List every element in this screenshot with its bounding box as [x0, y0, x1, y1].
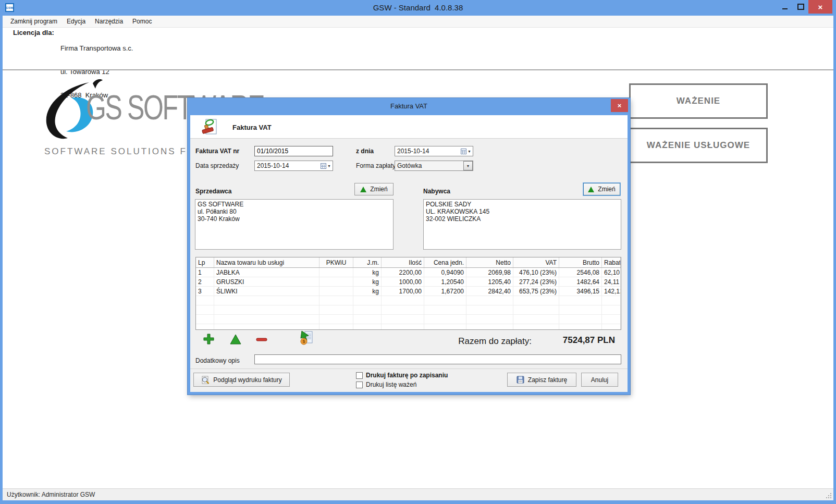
table-cell: [513, 305, 559, 315]
table-empty-row[interactable]: [196, 296, 621, 305]
column-header: Lp: [196, 257, 214, 268]
cancel-button[interactable]: Anuluj: [581, 373, 618, 387]
buyer-textbox[interactable]: POLSKIE SADY UL. KRAKOWSKA 145 32-002 WI…: [423, 199, 621, 250]
print-weighings-checkbox-row[interactable]: Drukuj listę ważeń: [356, 381, 416, 388]
license-line: Firma Transportowa s.c.: [60, 44, 133, 52]
issue-date-controls[interactable]: ▼: [461, 149, 473, 154]
table-cell: [382, 324, 424, 330]
invoice-summary-button[interactable]: $: [300, 330, 313, 345]
table-empty-row[interactable]: [196, 324, 621, 330]
table-cell[interactable]: 1482,64: [559, 277, 602, 287]
menu-item-pomoc[interactable]: Pomoc: [128, 16, 156, 27]
table-cell[interactable]: 653,75 (23%): [513, 287, 559, 296]
buyer-change-button[interactable]: Zmień: [583, 183, 620, 195]
table-cell[interactable]: 1: [196, 268, 214, 277]
table-cell: [214, 305, 319, 315]
window-titlebar[interactable]: GSW GSW - Standard 4.0.8.38 ×: [0, 0, 836, 16]
sale-date-picker[interactable]: 2015-10-14 ▼: [254, 161, 333, 171]
table-cell[interactable]: 1205,40: [466, 277, 513, 287]
table-cell: [559, 324, 602, 330]
table-cell[interactable]: 1700,00: [382, 287, 424, 296]
table-row[interactable]: 3ŚLIWKIkg1700,001,672002842,40653,75 (23…: [196, 287, 621, 296]
resize-grip[interactable]: [826, 493, 832, 499]
table-cell[interactable]: 1,67200: [424, 287, 466, 296]
table-cell[interactable]: 476,10 (23%): [513, 268, 559, 277]
buyer-line: 32-002 WIELICZKA: [426, 215, 619, 223]
menu-item-zamknij-program[interactable]: Zamknij program: [6, 16, 62, 27]
chevron-down-icon: ▼: [468, 150, 471, 153]
print-preview-button[interactable]: Podgląd wydruku faktury: [193, 373, 290, 387]
edit-item-button[interactable]: [230, 334, 241, 345]
table-cell: [353, 315, 382, 324]
description-input[interactable]: [254, 354, 621, 364]
dialog-title: Faktura VAT: [188, 102, 630, 110]
license-label: Licencja dla:: [13, 29, 54, 36]
buyer-change-label: Zmień: [598, 186, 615, 193]
wazenie-button[interactable]: WAŻENIE: [629, 83, 768, 119]
payment-method-select[interactable]: Gotówka ▼: [395, 161, 473, 171]
table-cell[interactable]: 1,20540: [424, 277, 466, 287]
print-invoice-checkbox-label: Drukuj fakturę po zapisaniu: [366, 372, 448, 379]
add-item-button[interactable]: [203, 334, 214, 345]
maximize-icon: [797, 4, 804, 10]
total-label: Razem do zapłaty:: [458, 336, 532, 347]
checkbox-icon[interactable]: [356, 382, 363, 388]
sale-date-controls[interactable]: ▼: [321, 163, 333, 169]
issue-date-picker[interactable]: 2015-10-14 ▼: [395, 146, 473, 156]
table-cell[interactable]: 3496,15: [559, 287, 602, 296]
table-cell[interactable]: kg: [353, 277, 382, 287]
save-invoice-button[interactable]: Zapisz fakturę: [507, 373, 576, 387]
table-cell: [353, 296, 382, 305]
table-cell: [466, 305, 513, 315]
table-cell[interactable]: kg: [353, 287, 382, 296]
table-cell: [602, 324, 621, 330]
table-cell: [466, 296, 513, 305]
table-cell[interactable]: 277,24 (23%): [513, 277, 559, 287]
table-cell: [382, 296, 424, 305]
seller-textbox[interactable]: GS SOFTWARE ul. Półłanki 80 30-740 Krakó…: [195, 199, 394, 250]
table-cell[interactable]: [319, 277, 353, 287]
close-button[interactable]: ×: [808, 0, 832, 14]
table-cell: [559, 305, 602, 315]
table-cell[interactable]: GRUSZKI: [214, 277, 319, 287]
table-cell[interactable]: 62,10 (3%): [602, 268, 621, 277]
table-cell[interactable]: [319, 287, 353, 296]
table-cell[interactable]: 0,94090: [424, 268, 466, 277]
table-row[interactable]: 2GRUSZKIkg1000,001,205401205,40277,24 (2…: [196, 277, 621, 287]
table-empty-row[interactable]: [196, 315, 621, 324]
minimize-button[interactable]: [777, 0, 793, 14]
menu-item-narzedzia[interactable]: Narzędzia: [90, 16, 128, 27]
delete-item-button[interactable]: [256, 338, 267, 341]
maximize-button[interactable]: [793, 0, 808, 14]
dialog-header-title: Faktura VAT: [232, 124, 272, 131]
table-cell[interactable]: 2200,00: [382, 268, 424, 277]
menu-item-edycja[interactable]: Edycja: [62, 16, 90, 27]
combo-dropdown-button[interactable]: ▼: [463, 161, 473, 170]
table-cell[interactable]: 2: [196, 277, 214, 287]
print-invoice-checkbox-row[interactable]: Drukuj fakturę po zapisaniu: [356, 372, 448, 379]
table-row[interactable]: 1JABŁKAkg2200,000,940902069,98476,10 (23…: [196, 268, 621, 277]
table-cell[interactable]: 2069,98: [466, 268, 513, 277]
table-cell[interactable]: 3: [196, 287, 214, 296]
table-cell[interactable]: 2842,40: [466, 287, 513, 296]
invoice-table-body: 1JABŁKAkg2200,000,940902069,98476,10 (23…: [196, 268, 621, 330]
table-cell[interactable]: 2546,08: [559, 268, 602, 277]
dialog-close-button[interactable]: ×: [611, 99, 628, 112]
table-empty-row[interactable]: [196, 305, 621, 315]
table-cell: [602, 315, 621, 324]
checkbox-icon[interactable]: [356, 372, 363, 379]
table-cell[interactable]: 24,11 (2%): [602, 277, 621, 287]
wazenie-uslugowe-button[interactable]: WAŻENIE USŁUGOWE: [629, 128, 768, 163]
window-controls: ×: [777, 0, 832, 14]
print-weighings-checkbox-label: Drukuj listę ważeń: [366, 381, 416, 388]
table-cell[interactable]: 142,12 (5%): [602, 287, 621, 296]
table-cell[interactable]: ŚLIWKI: [214, 287, 319, 296]
table-cell[interactable]: [319, 268, 353, 277]
invoice-number-input[interactable]: [254, 146, 333, 156]
table-cell[interactable]: JABŁKA: [214, 268, 319, 277]
table-cell[interactable]: 1000,00: [382, 277, 424, 287]
seller-label: Sprzedawca: [195, 188, 231, 195]
column-header: Ilość: [382, 257, 424, 268]
table-cell[interactable]: kg: [353, 268, 382, 277]
seller-change-button[interactable]: Zmień: [354, 183, 394, 195]
